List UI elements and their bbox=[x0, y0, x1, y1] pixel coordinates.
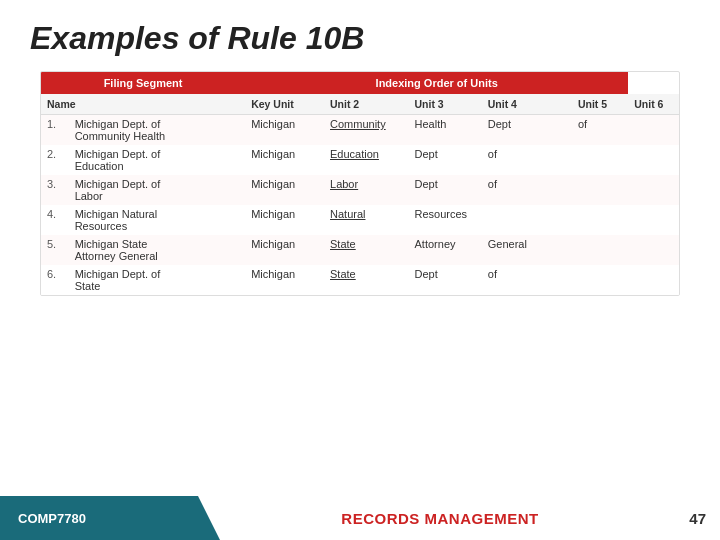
row-unit5 bbox=[572, 205, 628, 235]
row-unit2: State bbox=[324, 265, 409, 295]
filing-segment-header: Filing Segment bbox=[41, 72, 245, 94]
bottom-bar: COMP7780 RECORDS MANAGEMENT 47 bbox=[0, 496, 720, 540]
indexing-order-header: Indexing Order of Units bbox=[245, 72, 628, 94]
row-num: 6. bbox=[41, 265, 73, 295]
row-unit4: Dept bbox=[482, 115, 572, 146]
row-name-line1: Michigan Dept. of bbox=[75, 148, 240, 160]
row-unit3: Health bbox=[409, 115, 482, 146]
row-name-line2: State bbox=[75, 280, 240, 292]
bottom-center-section: RECORDS MANAGEMENT bbox=[220, 496, 660, 540]
row-unit6 bbox=[628, 235, 679, 265]
row-unit5 bbox=[572, 145, 628, 175]
row-key-unit: Michigan bbox=[245, 145, 324, 175]
table-row: 2. Michigan Dept. of Education Michigan … bbox=[41, 145, 679, 175]
sub-header-row: Name Key Unit Unit 2 Unit 3 Unit 4 Unit … bbox=[41, 94, 679, 115]
sub-header-name: Name bbox=[41, 94, 245, 115]
main-header-row: Filing Segment Indexing Order of Units bbox=[41, 72, 679, 94]
comp-label: COMP7780 bbox=[18, 511, 86, 526]
row-unit5: of bbox=[572, 115, 628, 146]
row-name: Michigan Dept. of State bbox=[73, 265, 246, 295]
row-unit3: Attorney bbox=[409, 235, 482, 265]
row-unit6 bbox=[628, 205, 679, 235]
row-num: 3. bbox=[41, 175, 73, 205]
row-unit2: State bbox=[324, 235, 409, 265]
row-name-line1: Michigan Dept. of bbox=[75, 118, 240, 130]
row-num: 4. bbox=[41, 205, 73, 235]
row-name-line2: Community Health bbox=[75, 130, 240, 142]
row-key-unit: Michigan bbox=[245, 175, 324, 205]
row-name-line1: Michigan Dept. of bbox=[75, 268, 240, 280]
sub-header-unit2: Unit 2 bbox=[324, 94, 409, 115]
row-name-line1: Michigan Natural bbox=[75, 208, 240, 220]
sub-header-unit5: Unit 5 bbox=[572, 94, 628, 115]
bottom-teal-section: COMP7780 bbox=[0, 496, 220, 540]
row-name-line2: Resources bbox=[75, 220, 240, 232]
sub-header-key-unit: Key Unit bbox=[245, 94, 324, 115]
row-key-unit: Michigan bbox=[245, 115, 324, 146]
row-num: 2. bbox=[41, 145, 73, 175]
row-unit2: Community bbox=[324, 115, 409, 146]
row-name: Michigan State Attorney General bbox=[73, 235, 246, 265]
table-row: 1. Michigan Dept. of Community Health Mi… bbox=[41, 115, 679, 146]
row-unit4: of bbox=[482, 265, 572, 295]
row-unit6 bbox=[628, 115, 679, 146]
row-name-line2: Education bbox=[75, 160, 240, 172]
examples-table: Filing Segment Indexing Order of Units N… bbox=[41, 72, 679, 295]
row-unit6 bbox=[628, 265, 679, 295]
row-key-unit: Michigan bbox=[245, 235, 324, 265]
row-name-line2: Attorney General bbox=[75, 250, 240, 262]
row-name: Michigan Dept. of Education bbox=[73, 145, 246, 175]
table-row: 5. Michigan State Attorney General Michi… bbox=[41, 235, 679, 265]
row-name: Michigan Dept. of Community Health bbox=[73, 115, 246, 146]
row-unit2: Natural bbox=[324, 205, 409, 235]
row-name: Michigan Natural Resources bbox=[73, 205, 246, 235]
row-num: 1. bbox=[41, 115, 73, 146]
slide: Examples of Rule 10B Filing Segment Inde… bbox=[0, 0, 720, 540]
sub-header-unit4: Unit 4 bbox=[482, 94, 572, 115]
main-table-container: Filing Segment Indexing Order of Units N… bbox=[40, 71, 680, 296]
row-unit3: Dept bbox=[409, 265, 482, 295]
row-unit4: of bbox=[482, 175, 572, 205]
row-unit2: Education bbox=[324, 145, 409, 175]
row-unit2: Labor bbox=[324, 175, 409, 205]
row-unit4: General bbox=[482, 235, 572, 265]
records-management-label: RECORDS MANAGEMENT bbox=[341, 510, 538, 527]
row-key-unit: Michigan bbox=[245, 205, 324, 235]
page-number: 47 bbox=[660, 496, 720, 540]
row-unit4: of bbox=[482, 145, 572, 175]
sub-header-unit3: Unit 3 bbox=[409, 94, 482, 115]
table-row: 4. Michigan Natural Resources Michigan N… bbox=[41, 205, 679, 235]
sub-header-unit6: Unit 6 bbox=[628, 94, 679, 115]
row-unit5 bbox=[572, 265, 628, 295]
row-unit5 bbox=[572, 175, 628, 205]
table-row: 3. Michigan Dept. of Labor Michigan Labo… bbox=[41, 175, 679, 205]
row-unit5 bbox=[572, 235, 628, 265]
row-unit3: Dept bbox=[409, 175, 482, 205]
table-row: 6. Michigan Dept. of State Michigan Stat… bbox=[41, 265, 679, 295]
row-unit3: Dept bbox=[409, 145, 482, 175]
row-key-unit: Michigan bbox=[245, 265, 324, 295]
row-num: 5. bbox=[41, 235, 73, 265]
row-unit4 bbox=[482, 205, 572, 235]
page-title: Examples of Rule 10B bbox=[30, 20, 690, 57]
row-name-line1: Michigan Dept. of bbox=[75, 178, 240, 190]
row-unit3: Resources bbox=[409, 205, 482, 235]
row-name-line1: Michigan State bbox=[75, 238, 240, 250]
row-unit6 bbox=[628, 145, 679, 175]
row-name-line2: Labor bbox=[75, 190, 240, 202]
row-name: Michigan Dept. of Labor bbox=[73, 175, 246, 205]
row-unit6 bbox=[628, 175, 679, 205]
